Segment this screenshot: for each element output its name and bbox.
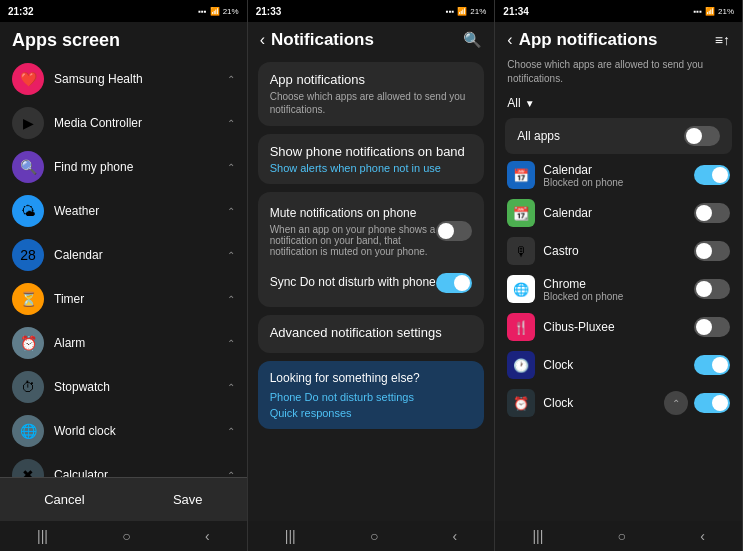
app-notif-name: Castro: [543, 244, 578, 258]
app-notif-item[interactable]: 📅 Calendar Blocked on phone: [495, 156, 742, 194]
app-icon: ✖: [12, 459, 44, 477]
app-notif-item[interactable]: ⏰ Clock ⌃: [495, 384, 742, 422]
nav-back-3[interactable]: ‹: [700, 528, 705, 544]
filter-row: All ▼: [495, 92, 742, 116]
app-notif-list: 📅 Calendar Blocked on phone 📆 Calendar: [495, 156, 742, 521]
app-name: Calendar: [54, 248, 103, 262]
app-notifications-card[interactable]: App notifications Choose which apps are …: [258, 62, 485, 126]
app-notif-item[interactable]: 🌐 Chrome Blocked on phone: [495, 270, 742, 308]
panel3-subtitle: Choose which apps are allowed to send yo…: [495, 58, 742, 92]
app-toggle[interactable]: [694, 317, 730, 337]
app-name: World clock: [54, 424, 116, 438]
app-toggle[interactable]: [694, 393, 730, 413]
nav-recent-1[interactable]: |||: [37, 528, 48, 544]
app-name: Stopwatch: [54, 380, 110, 394]
app-notif-name: Calendar: [543, 163, 623, 177]
app-notif-item[interactable]: 📆 Calendar: [495, 194, 742, 232]
status-bar-2: 21:33 ▪▪▪ 📶 21%: [248, 0, 495, 22]
show-phone-link[interactable]: Show alerts when phone not in use: [270, 162, 473, 174]
mute-toggle[interactable]: [436, 221, 472, 241]
app-toggle[interactable]: [694, 203, 730, 223]
nav-home-3[interactable]: ○: [618, 528, 626, 544]
app-name: Calculator: [54, 468, 108, 477]
app-notif-name: Clock: [543, 396, 573, 410]
chevron-icon: ⌃: [227, 162, 235, 173]
bottom-bar: Cancel Save: [0, 477, 247, 521]
nav-back-2[interactable]: ‹: [453, 528, 458, 544]
panel2-title: Notifications: [271, 30, 374, 50]
all-apps-toggle[interactable]: [684, 126, 720, 146]
app-icon: ⏱: [12, 371, 44, 403]
time-3: 21:34: [503, 6, 529, 17]
app-item[interactable]: ⏳ Timer ⌃: [0, 277, 247, 321]
all-apps-row: All apps: [505, 118, 732, 154]
app-icon: 🌐: [12, 415, 44, 447]
app-notif-item[interactable]: 🎙 Castro: [495, 232, 742, 270]
looking-title: Looking for something else?: [270, 371, 473, 385]
app-toggle[interactable]: [694, 241, 730, 261]
cancel-button[interactable]: Cancel: [44, 492, 84, 507]
app-notif-icon: 📅: [507, 161, 535, 189]
back-button-3[interactable]: ‹: [507, 31, 512, 49]
app-item[interactable]: ❤️ Samsung Health ⌃: [0, 57, 247, 101]
all-apps-label: All apps: [517, 129, 560, 143]
app-item[interactable]: ⏱ Stopwatch ⌃: [0, 365, 247, 409]
chevron-icon: ⌃: [227, 118, 235, 129]
app-item[interactable]: 🔍 Find my phone ⌃: [0, 145, 247, 189]
nav-bar-3: ||| ○ ‹: [495, 521, 742, 551]
search-button-2[interactable]: 🔍: [463, 31, 482, 49]
app-item[interactable]: 28 Calendar ⌃: [0, 233, 247, 277]
time-2: 21:33: [256, 6, 282, 17]
save-button[interactable]: Save: [173, 492, 203, 507]
app-notif-icon: 🎙: [507, 237, 535, 265]
app-notif-title: App notifications: [270, 72, 473, 87]
app-icon: 28: [12, 239, 44, 271]
nav-home-2[interactable]: ○: [370, 528, 378, 544]
app-icon: ⏰: [12, 327, 44, 359]
app-notif-item[interactable]: 🍴 Cibus-Pluxee: [495, 308, 742, 346]
phone-dnd-link[interactable]: Phone Do not disturb settings: [270, 391, 473, 403]
chevron-icon: ⌃: [227, 382, 235, 393]
mute-title: Mute notifications on phone: [270, 206, 437, 222]
app-toggle[interactable]: [694, 355, 730, 375]
app-notif-blocked: Blocked on phone: [543, 177, 623, 188]
status-bar-3: 21:34 ▪▪▪ 📶 21%: [495, 0, 742, 22]
mute-card: Mute notifications on phone When an app …: [258, 192, 485, 307]
nav-recent-3[interactable]: |||: [532, 528, 543, 544]
app-item[interactable]: 🌐 World clock ⌃: [0, 409, 247, 453]
app-item[interactable]: ✖ Calculator ⌃: [0, 453, 247, 477]
app-name: Timer: [54, 292, 84, 306]
app-name: Media Controller: [54, 116, 142, 130]
sync-toggle[interactable]: [436, 273, 472, 293]
back-button-2[interactable]: ‹: [260, 31, 265, 49]
filter-label[interactable]: All: [507, 96, 520, 110]
chevron-icon: ⌃: [227, 206, 235, 217]
nav-home-1[interactable]: ○: [122, 528, 130, 544]
app-notif-item[interactable]: 🕐 Clock: [495, 346, 742, 384]
app-notif-blocked: Blocked on phone: [543, 291, 623, 302]
panel3-header: ‹ App notifications ≡↑: [495, 22, 742, 58]
app-toggle[interactable]: [694, 279, 730, 299]
app-item[interactable]: ▶ Media Controller ⌃: [0, 101, 247, 145]
app-toggle[interactable]: [694, 165, 730, 185]
app-item[interactable]: ⏰ Alarm ⌃: [0, 321, 247, 365]
time-1: 21:32: [8, 6, 34, 17]
mute-sub: When an app on your phone shows a notifi…: [270, 224, 437, 257]
app-name: Alarm: [54, 336, 85, 350]
app-notif-name: Cibus-Pluxee: [543, 320, 614, 334]
filter-icon[interactable]: ≡↑: [715, 32, 730, 48]
quick-responses-link[interactable]: Quick responses: [270, 407, 473, 419]
status-bar-1: 21:32 ▪▪▪ 📶 21%: [0, 0, 247, 22]
advanced-card[interactable]: Advanced notification settings: [258, 315, 485, 353]
chevron-icon: ⌃: [227, 338, 235, 349]
app-notif-icon: 📆: [507, 199, 535, 227]
chevron-icon: ⌃: [227, 294, 235, 305]
app-icon: ▶: [12, 107, 44, 139]
nav-recent-2[interactable]: |||: [285, 528, 296, 544]
panel1-title: Apps screen: [0, 22, 247, 57]
app-item[interactable]: 🌤 Weather ⌃: [0, 189, 247, 233]
filter-dropdown-icon[interactable]: ▼: [525, 98, 535, 109]
expand-button[interactable]: ⌃: [664, 391, 688, 415]
nav-back-1[interactable]: ‹: [205, 528, 210, 544]
show-phone-card: Show phone notifications on band Show al…: [258, 134, 485, 184]
